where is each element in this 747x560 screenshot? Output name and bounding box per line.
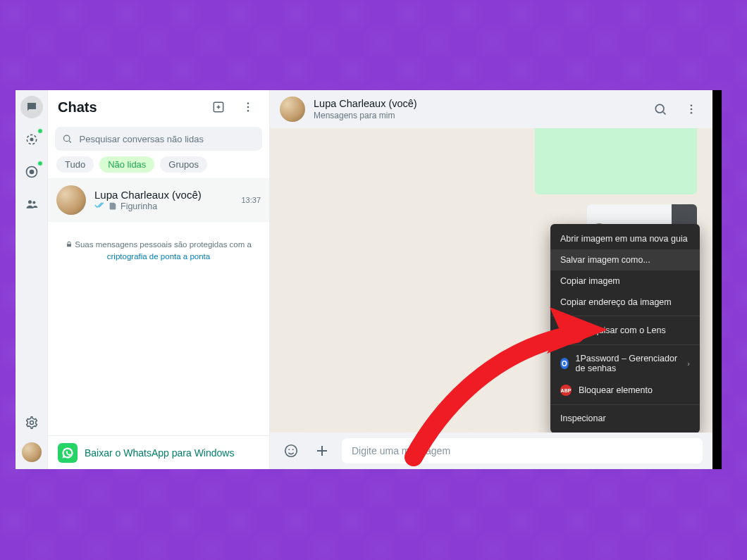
filter-groups[interactable]: Grupos: [160, 156, 207, 173]
rail-profile-avatar[interactable]: [22, 442, 42, 462]
download-banner[interactable]: Baixar o WhatsApp para Windows: [48, 435, 269, 469]
new-chat-icon[interactable]: [207, 96, 230, 118]
chat-avatar: [56, 185, 86, 215]
search-icon: [62, 133, 73, 144]
read-ticks-icon: [94, 201, 106, 211]
svg-point-14: [691, 112, 693, 114]
adblock-icon: ABP: [560, 385, 572, 396]
svg-point-10: [63, 135, 69, 141]
download-label: Baixar o WhatsApp para Windows: [85, 447, 234, 459]
chat-last-message: Figurinha: [121, 201, 157, 211]
emoji-icon[interactable]: [280, 440, 302, 462]
lens-icon: [560, 325, 572, 336]
status-indicator-dot: [37, 128, 43, 134]
svg-point-12: [691, 104, 693, 106]
compose-input[interactable]: [352, 445, 693, 456]
ctx-copy-image[interactable]: Copiar imagem: [550, 270, 700, 292]
ctx-search-lens[interactable]: Pesquisar com o Lens: [550, 319, 700, 342]
ctx-separator: [550, 316, 700, 316]
compose-bar: [270, 433, 712, 469]
chevron-right-icon: ›: [687, 359, 690, 368]
conversation-header: Lupa Charleaux (você) Mensagens para mim: [270, 90, 712, 128]
rail-settings-icon[interactable]: [20, 411, 43, 434]
svg-point-22: [285, 445, 297, 457]
search-input[interactable]: [80, 134, 255, 144]
onepassword-icon: O: [560, 358, 569, 369]
ctx-separator: [550, 404, 700, 405]
filter-unread[interactable]: Não lidas: [99, 156, 154, 173]
conversation-avatar[interactable]: [280, 97, 305, 122]
svg-point-8: [247, 106, 249, 108]
chat-name: Lupa Charleaux (você): [94, 189, 233, 201]
ctx-block-element[interactable]: ABP Bloquear elemento: [550, 379, 700, 402]
context-menu: Abrir imagem em uma nova guia Salvar ima…: [550, 224, 700, 433]
svg-point-24: [292, 449, 294, 450]
conversation-search-icon[interactable]: [649, 98, 672, 120]
whatsapp-web-window: Chats Tudo Não lidas Grupos Lupa Charlea…: [16, 90, 722, 469]
svg-point-5: [30, 421, 33, 425]
svg-point-9: [247, 110, 249, 112]
chat-list-title: Chats: [58, 99, 200, 116]
svg-point-11: [655, 104, 664, 113]
conversation-title: Lupa Charleaux (você): [314, 98, 417, 110]
conversation-menu-icon[interactable]: [680, 98, 703, 120]
encryption-text: Suas mensagens pessoais são protegidas c…: [75, 240, 252, 249]
conversation-subtitle: Mensagens para mim: [314, 111, 417, 120]
encryption-link[interactable]: criptografia de ponta a ponta: [107, 252, 210, 261]
chat-list-item[interactable]: Lupa Charleaux (você) Figurinha 13:37: [48, 178, 269, 222]
ctx-separator: [550, 344, 700, 345]
svg-point-23: [288, 449, 290, 450]
svg-point-7: [247, 102, 249, 104]
message-sticker-green[interactable]: [535, 128, 697, 194]
search-conversations[interactable]: [55, 127, 262, 151]
ctx-inspect[interactable]: Inspecionar: [550, 408, 700, 429]
svg-point-4: [32, 201, 35, 204]
conversation-body[interactable]: 13:37 Abrir imagem em uma nova guia Salv…: [270, 128, 712, 433]
rail-chats-icon[interactable]: [20, 96, 43, 118]
nav-rail: [16, 90, 48, 469]
rail-communities-icon[interactable]: [20, 193, 43, 216]
ctx-open-new-tab[interactable]: Abrir imagem em uma nova guia: [550, 228, 700, 249]
filter-chips: Tudo Não lidas Grupos: [48, 156, 269, 178]
lock-icon: [66, 241, 73, 248]
rail-channels-icon[interactable]: [20, 161, 43, 183]
svg-point-13: [691, 108, 693, 111]
svg-point-1: [30, 138, 33, 142]
ctx-save-image-as[interactable]: Salvar imagem como...: [550, 249, 700, 270]
chat-list-panel: Chats Tudo Não lidas Grupos Lupa Charlea…: [48, 90, 270, 469]
rail-status-icon[interactable]: [20, 128, 43, 151]
ctx-1password[interactable]: O 1Password – Gerenciador de senhas ›: [550, 348, 700, 379]
window-edge-black: [712, 90, 722, 469]
sticker-icon: [109, 201, 118, 211]
channels-indicator-dot: [37, 161, 43, 166]
whatsapp-logo-icon: [58, 443, 78, 463]
chat-list-header: Chats: [48, 90, 269, 124]
filter-all[interactable]: Tudo: [56, 156, 94, 173]
sidebar-menu-icon[interactable]: [237, 96, 259, 118]
conversation-panel: Lupa Charleaux (você) Mensagens para mim: [270, 90, 712, 469]
encryption-notice: Suas mensagens pessoais são protegidas c…: [48, 232, 269, 270]
chat-time: 13:37: [241, 196, 261, 204]
compose-field[interactable]: [342, 438, 703, 463]
attach-icon[interactable]: [311, 440, 333, 462]
ctx-copy-image-address[interactable]: Copiar endereço da imagem: [550, 292, 700, 313]
svg-point-3: [28, 200, 32, 204]
